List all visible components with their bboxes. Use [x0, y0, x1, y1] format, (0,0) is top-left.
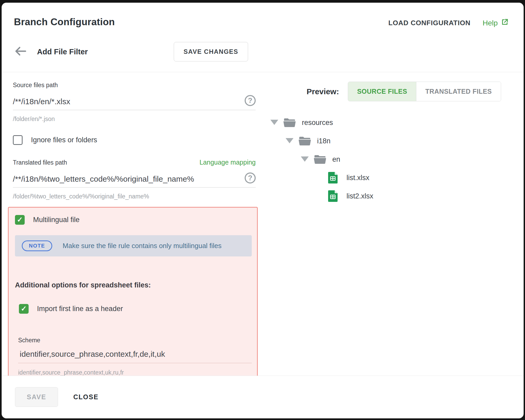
language-mapping-link[interactable]: Language mapping — [200, 159, 256, 166]
multilingual-checkbox-row[interactable]: ✓ Multilingual file — [15, 215, 252, 225]
dialog-footer: SAVE CLOSE — [2, 376, 523, 418]
spreadsheet-options-heading: Additional options for spreadsheet files… — [15, 281, 252, 289]
check-icon: ✓ — [17, 216, 23, 223]
scheme-input[interactable]: identifier,source_phrase,context,fr,de,i… — [20, 350, 165, 358]
ignore-files-checkbox[interactable] — [13, 135, 23, 145]
translated-files-path-label: Translated files path — [13, 159, 67, 166]
page-title: Branch Configuration — [14, 17, 115, 28]
ignore-files-label: Ignore files or folders — [31, 136, 97, 144]
save-changes-button[interactable]: SAVE CHANGES — [174, 42, 248, 61]
add-file-filter-title: Add File Filter — [37, 48, 88, 56]
source-files-path-field[interactable]: /**/i18n/en/*.xlsx ? — [13, 89, 256, 110]
scheme-hint: identifier,source_phrase,context,uk,ru,f… — [18, 369, 252, 376]
dialog-body: Source files path /**/i18n/en/*.xlsx ? /… — [2, 72, 523, 376]
help-icon[interactable]: ? — [245, 172, 256, 183]
load-configuration-button[interactable]: LOAD CONFIGURATION — [388, 19, 471, 27]
folder-icon — [314, 155, 327, 164]
tab-translated-files[interactable]: TRANSLATED FILES — [416, 82, 501, 101]
preview-panel: Preview: SOURCE FILES TRANSLATED FILES r… — [256, 82, 523, 376]
screen-background: Branch Configuration LOAD CONFIGURATION … — [0, 0, 525, 420]
spreadsheet-file-icon — [328, 190, 341, 202]
help-icon[interactable]: ? — [245, 95, 256, 106]
file-filter-form: Source files path /**/i18n/en/*.xlsx ? /… — [13, 82, 256, 376]
save-button[interactable]: SAVE — [15, 387, 58, 407]
ignore-files-checkbox-row[interactable]: Ignore files or folders — [13, 135, 256, 145]
folder-icon — [299, 136, 311, 146]
close-button[interactable]: CLOSE — [73, 393, 98, 401]
multilingual-label: Multilingual file — [33, 216, 80, 224]
import-header-label: Import first line as a header — [37, 305, 123, 313]
folder-icon — [284, 118, 296, 127]
multilingual-checkbox[interactable]: ✓ — [15, 215, 25, 225]
help-link-label: Help — [482, 19, 498, 27]
source-files-path-hint: /folder/en/*.json — [13, 116, 256, 123]
caret-down-icon[interactable] — [301, 156, 309, 162]
translated-files-path-field[interactable]: /**/i18n/%two_letters_code%/%original_fi… — [13, 167, 256, 188]
import-header-checkbox[interactable]: ✓ — [19, 304, 29, 314]
preview-toggle: SOURCE FILES TRANSLATED FILES — [348, 82, 501, 101]
tree-folder-en[interactable]: en — [270, 153, 523, 165]
dialog-header: Branch Configuration LOAD CONFIGURATION … — [2, 3, 523, 72]
tree-item-label: resources — [302, 119, 333, 127]
tree-item-label: list2.xlsx — [346, 192, 373, 200]
translated-files-path-hint: /folder/%two_letters_code%/%original_fil… — [13, 193, 256, 200]
check-icon: ✓ — [21, 305, 27, 312]
branch-configuration-dialog: Branch Configuration LOAD CONFIGURATION … — [2, 3, 524, 418]
translated-files-path-input[interactable]: /**/i18n/%two_letters_code%/%original_fi… — [13, 175, 241, 183]
multilingual-highlight-section: ✓ Multilingual file NOTE Make sure the f… — [8, 207, 258, 376]
preview-label: Preview: — [307, 87, 339, 96]
scheme-field[interactable]: identifier,source_phrase,context,fr,de,i… — [18, 344, 252, 363]
tree-item-label: i18n — [317, 137, 330, 145]
source-files-path-input[interactable]: /**/i18n/en/*.xlsx — [13, 97, 241, 106]
external-link-icon — [501, 18, 509, 28]
scheme-label: Scheme — [18, 337, 252, 344]
note-banner: NOTE Make sure the file rule contains on… — [15, 235, 252, 256]
tree-file-list-xlsx[interactable]: list.xlsx — [270, 172, 523, 184]
spreadsheet-file-icon — [328, 172, 341, 183]
tree-folder-i18n[interactable]: i18n — [270, 135, 523, 147]
tree-folder-resources[interactable]: resources — [270, 117, 523, 129]
tree-item-label: en — [332, 155, 340, 164]
caret-down-icon[interactable] — [286, 138, 293, 144]
back-button[interactable] — [14, 46, 28, 57]
tree-item-label: list.xlsx — [346, 174, 369, 182]
arrow-left-icon — [14, 46, 27, 57]
tab-source-files[interactable]: SOURCE FILES — [348, 82, 416, 101]
note-badge: NOTE — [22, 240, 52, 251]
import-header-checkbox-row[interactable]: ✓ Import first line as a header — [19, 304, 252, 314]
note-text: Make sure the file rule contains only mu… — [63, 242, 222, 250]
caret-down-icon[interactable] — [270, 120, 278, 125]
file-tree: resources i18n en — [270, 117, 523, 202]
tree-file-list2-xlsx[interactable]: list2.xlsx — [270, 190, 523, 202]
source-files-path-label: Source files path — [13, 82, 256, 89]
help-link[interactable]: Help — [482, 18, 509, 28]
